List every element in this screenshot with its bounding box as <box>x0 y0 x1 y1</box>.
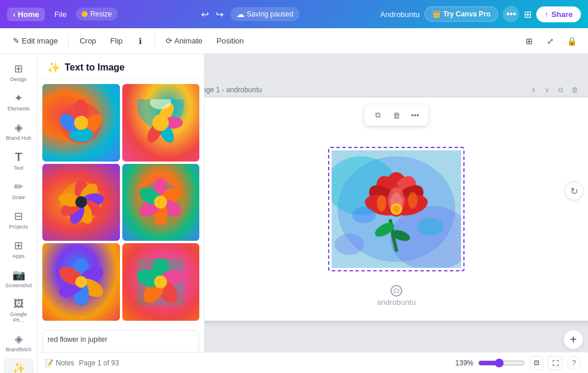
topbar: ‹ Home File Resize ↩ ↪ ☁ Saving paused A… <box>0 0 588 28</box>
image-cell-2[interactable] <box>122 84 200 162</box>
refresh-side-button[interactable]: ↻ <box>564 182 583 200</box>
add-page-button[interactable]: + <box>563 330 583 350</box>
sidebar-item-text[interactable]: T Text <box>4 147 34 174</box>
watermark-icon <box>390 285 402 297</box>
refresh-icon: ↻ <box>570 186 578 197</box>
page1-outer: Page 1 - androbuntu ∧ ∨ ⧉ 🗑 ↗ ⧉ 🗑 <box>205 85 588 330</box>
share-button[interactable]: ↑ Share <box>536 6 581 22</box>
brandfetch-icon: ◈ <box>15 332 23 345</box>
sidebar-item-apps[interactable]: ⊞ Apps <box>4 236 34 263</box>
try-canva-label: Try Canva Pro <box>443 10 491 18</box>
notes-icon: 📝 <box>45 359 54 367</box>
svg-point-11 <box>152 115 169 131</box>
brand-hub-icon: ◈ <box>15 121 23 134</box>
image-cell-6[interactable] <box>122 243 200 321</box>
sidebar-item-projects[interactable]: ⊟ Projects <box>4 206 34 233</box>
image-cell-3[interactable] <box>42 164 120 241</box>
svg-point-66 <box>408 192 417 209</box>
sidebar-item-screenshot[interactable]: 📷 Screenshot <box>4 265 34 292</box>
sidebar-item-google-photos[interactable]: 🖼 Google Ph... <box>4 294 34 327</box>
sidebar-item-elements[interactable]: ✦ Elements <box>4 88 34 115</box>
zoom-fullscreen-btn[interactable]: ⛶ <box>548 356 562 370</box>
svg-point-30 <box>154 196 167 209</box>
panel-header-icon: ✨ <box>47 61 60 74</box>
image-cell-1[interactable] <box>42 84 120 162</box>
zoom-fit-btn[interactable]: ⊡ <box>530 356 543 370</box>
redo-button[interactable]: ↪ <box>213 6 226 22</box>
info-button[interactable]: ℹ <box>131 32 150 51</box>
elements-icon: ✦ <box>14 92 23 105</box>
flower-canvas-image <box>332 150 461 268</box>
saving-status: ☁ Saving paused <box>230 7 299 21</box>
page1-copy-btn[interactable]: ⧉ <box>556 85 566 95</box>
float-copy-btn[interactable]: ⧉ <box>369 107 386 123</box>
toolbar: ✎ Edit image Crop Flip ℹ ⟳ Animate Posit… <box>0 28 588 54</box>
chevron-left-icon: ‹ <box>13 10 15 19</box>
float-more-btn[interactable]: ••• <box>407 107 423 123</box>
toolbar-divider-2 <box>155 34 155 48</box>
page1-up-btn[interactable]: ∧ <box>529 85 539 95</box>
lock-icon-btn[interactable]: 🔒 <box>562 32 581 51</box>
grid-icon-btn[interactable]: ⊞ <box>520 32 539 51</box>
panel-title: Text to Image <box>65 62 125 73</box>
page1-delete-btn[interactable]: 🗑 <box>569 85 581 95</box>
page1-block: ⧉ 🗑 ••• <box>205 98 588 321</box>
share-icon: ↑ <box>544 10 549 19</box>
notes-button[interactable]: 📝 Notes <box>45 359 74 367</box>
sidebar-item-google-photos-label: Google Ph... <box>6 311 32 323</box>
screenshot-icon: 📷 <box>12 268 25 281</box>
help-button[interactable]: ? <box>567 356 581 370</box>
flip-button[interactable]: Flip <box>105 33 129 48</box>
user-name: Androbuntu <box>380 10 419 19</box>
home-button[interactable]: ‹ Home <box>7 8 45 21</box>
flower-graphic-4 <box>122 164 200 241</box>
svg-point-22 <box>75 196 87 208</box>
undo-button[interactable]: ↩ <box>199 6 211 22</box>
selected-image-container[interactable] <box>328 147 465 271</box>
crop-button[interactable]: Crop <box>74 33 102 48</box>
float-delete-btn[interactable]: 🗑 <box>388 107 405 123</box>
animate-icon: ⟳ <box>166 36 172 45</box>
page1-more-btn[interactable]: ↗ <box>584 85 588 95</box>
zoom-value: 139% <box>455 359 473 367</box>
more-options-button[interactable]: ••• <box>503 6 519 22</box>
page1-controls: ∧ ∨ ⧉ 🗑 ↗ <box>529 85 588 95</box>
saving-status-text: Saving paused <box>247 10 293 18</box>
analytics-icon[interactable]: ⊞ <box>524 9 532 20</box>
canvas-area: Page 1 - androbuntu ∧ ∨ ⧉ 🗑 ↗ ⧉ 🗑 <box>205 54 588 373</box>
svg-point-69 <box>335 234 364 255</box>
edit-image-button[interactable]: ✎ Edit image <box>7 33 64 48</box>
flower-graphic-2 <box>122 84 200 162</box>
sidebar-item-projects-label: Projects <box>9 224 28 230</box>
page-watermark: androbuntu <box>377 285 416 307</box>
try-canva-button[interactable]: 👑 Try Canva Pro <box>425 6 499 22</box>
zoom-slider[interactable] <box>478 358 525 368</box>
text-to-image-panel: ✨ Text to Image <box>38 54 205 373</box>
page1-down-btn[interactable]: ∨ <box>542 85 552 95</box>
transform-icon-btn[interactable]: ⤢ <box>541 32 560 51</box>
flower-graphic-6 <box>122 243 200 321</box>
svg-point-65 <box>377 195 386 211</box>
sidebar-item-brand-hub[interactable]: ◈ Brand Hub <box>4 117 34 145</box>
cloud-icon: ☁ <box>236 9 245 19</box>
sidebar-item-design[interactable]: ⊞ Design <box>4 59 34 86</box>
sidebar-icons: ⊞ Design ✦ Elements ◈ Brand Hub T Text ✏… <box>0 54 38 373</box>
bottom-bar: 📝 Notes Page 1 of 93 139% ⊡ ⛶ ? <box>38 352 588 373</box>
animate-button[interactable]: ⟳ Animate <box>160 33 209 48</box>
svg-point-45 <box>154 275 167 288</box>
image-cell-5[interactable] <box>42 243 120 321</box>
sidebar-item-elements-label: Elements <box>8 106 30 112</box>
sidebar-item-text-to-image[interactable]: ✨ Text to Im... <box>4 358 34 373</box>
image-cell-4[interactable] <box>122 164 200 241</box>
topbar-right: Androbuntu 👑 Try Canva Pro ••• ⊞ ↑ Share <box>380 6 581 22</box>
flower-graphic-5 <box>42 243 120 321</box>
draw-icon: ✏ <box>14 180 23 193</box>
sidebar-item-brandfetch[interactable]: ◈ Brandfetch <box>4 329 34 356</box>
position-button[interactable]: Position <box>211 33 249 48</box>
resize-button[interactable]: Resize <box>76 8 118 21</box>
crown-icon: 👑 <box>432 10 441 18</box>
notes-label: Notes <box>56 359 74 367</box>
design-icon: ⊞ <box>14 62 23 75</box>
file-menu[interactable]: File <box>49 8 71 21</box>
sidebar-item-draw[interactable]: ✏ Draw <box>4 177 34 204</box>
